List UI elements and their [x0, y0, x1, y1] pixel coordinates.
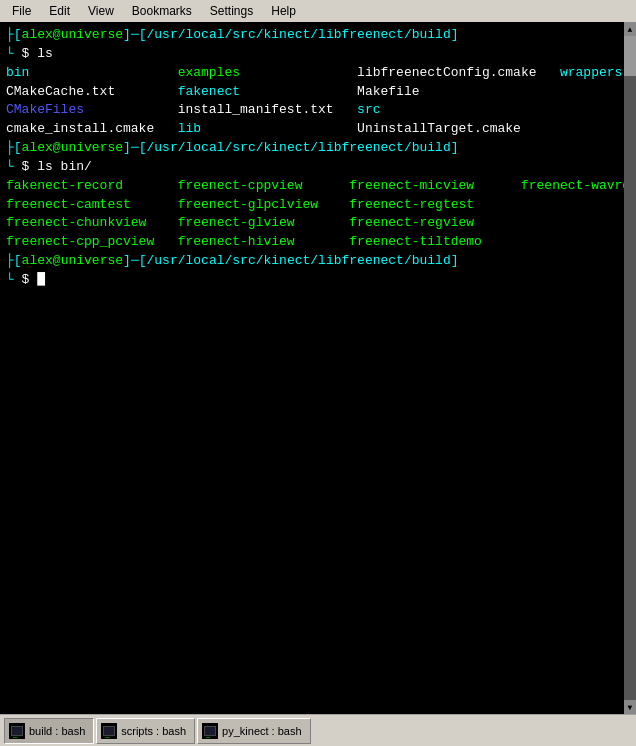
- taskbar-item-scripts[interactable]: scripts : bash: [96, 718, 195, 744]
- menu-bookmarks[interactable]: Bookmarks: [124, 2, 200, 20]
- terminal-line-1b: └ $ ls: [6, 45, 630, 64]
- terminal-output-3: CMakeFiles install_manifest.txt src: [6, 101, 630, 120]
- taskbar-label-pykinect: py_kinect : bash: [222, 725, 302, 737]
- terminal-output-4: cmake_install.cmake lib UninstallTarget.…: [6, 120, 630, 139]
- terminal-output-2: CMakeCache.txt fakenect Makefile: [6, 83, 630, 102]
- terminal-output-1: bin examples libfreenectConfig.cmake wra…: [6, 64, 630, 83]
- menu-view[interactable]: View: [80, 2, 122, 20]
- terminal-output-5: fakenect-record freenect-cppview freenec…: [6, 177, 630, 196]
- menu-file[interactable]: File: [4, 2, 39, 20]
- terminal-line-2b: └ $ ls bin/: [6, 158, 630, 177]
- menubar: File Edit View Bookmarks Settings Help: [0, 0, 636, 22]
- scrollbar-thumb[interactable]: [624, 36, 636, 76]
- taskbar-item-build[interactable]: build : bash: [4, 718, 94, 744]
- taskbar-label-scripts: scripts : bash: [121, 725, 186, 737]
- scroll-down-arrow[interactable]: ▼: [624, 700, 636, 714]
- terminal-line-1: ├[alex@universe]─[/usr/local/src/kinect/…: [6, 26, 630, 45]
- terminal-line-3: ├[alex@universe]─[/usr/local/src/kinect/…: [6, 252, 630, 271]
- menu-help[interactable]: Help: [263, 2, 304, 20]
- terminal-line-3b: └ $ █: [6, 271, 630, 290]
- scrollbar[interactable]: ▲ ▼: [624, 22, 636, 714]
- terminal-icon-1: [9, 723, 25, 739]
- scrollbar-track[interactable]: [624, 36, 636, 700]
- terminal-line-2: ├[alex@universe]─[/usr/local/src/kinect/…: [6, 139, 630, 158]
- taskbar-label-build: build : bash: [29, 725, 85, 737]
- terminal-output-6: freenect-camtest freenect-glpclview free…: [6, 196, 630, 215]
- taskbar-item-pykinect[interactable]: py_kinect : bash: [197, 718, 311, 744]
- menu-settings[interactable]: Settings: [202, 2, 261, 20]
- menu-edit[interactable]: Edit: [41, 2, 78, 20]
- terminal-output-8: freenect-cpp_pcview freenect-hiview free…: [6, 233, 630, 252]
- terminal-icon-3: [202, 723, 218, 739]
- terminal-output-7: freenect-chunkview freenect-glview freen…: [6, 214, 630, 233]
- taskbar: build : bash scripts : bash py_kinect : …: [0, 714, 636, 746]
- terminal-area: ├[alex@universe]─[/usr/local/src/kinect/…: [0, 22, 636, 714]
- terminal-icon-2: [101, 723, 117, 739]
- scroll-up-arrow[interactable]: ▲: [624, 22, 636, 36]
